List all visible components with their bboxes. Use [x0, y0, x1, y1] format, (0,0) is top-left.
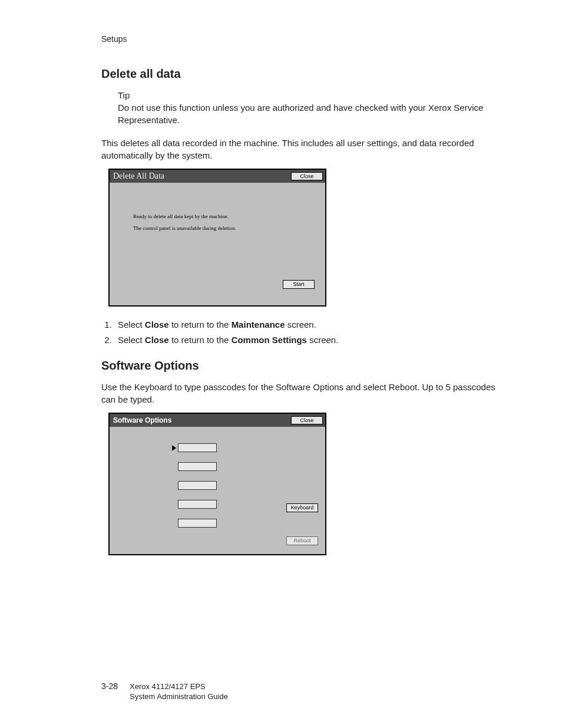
- delete-all-data-screenshot: Delete All Data Close Ready to delete al…: [108, 169, 326, 307]
- running-header: Setups: [101, 34, 503, 44]
- steps-list: Select Close to return to the Maintenanc…: [101, 317, 503, 347]
- section-title-delete: Delete all data: [101, 67, 503, 81]
- tip-body: Do not use this function unless you are …: [118, 101, 503, 126]
- keyboard-button[interactable]: Keyboard: [286, 503, 318, 512]
- passcode-field-2[interactable]: [178, 462, 217, 471]
- start-button[interactable]: Start: [283, 280, 315, 289]
- footer-line-1: Xerox 4112/4127 EPS: [130, 682, 206, 691]
- page-number: 3-28: [101, 681, 118, 702]
- passcode-field-4[interactable]: [178, 500, 217, 509]
- delete-intro: This deletes all data recorded in the ma…: [101, 137, 503, 162]
- passcode-field-3[interactable]: [178, 481, 217, 490]
- dialog-title: Delete All Data: [113, 172, 164, 181]
- reboot-button[interactable]: Reboot: [286, 536, 318, 545]
- close-button[interactable]: Close: [291, 416, 323, 425]
- passcode-field-5[interactable]: [178, 519, 217, 528]
- step-1: Select Close to return to the Maintenanc…: [114, 317, 503, 332]
- software-intro: Use the Keyboard to type passcodes for t…: [101, 381, 503, 406]
- step-2: Select Close to return to the Common Set…: [114, 332, 503, 348]
- close-button[interactable]: Close: [291, 172, 323, 181]
- selection-arrow-icon: [172, 445, 176, 451]
- footer-line-2: System Administration Guide: [130, 692, 228, 701]
- dialog-message-1: Ready to delete all data kept by the mac…: [133, 213, 229, 219]
- page-footer: 3-28 Xerox 4112/4127 EPS System Administ…: [101, 681, 228, 702]
- dialog-title: Software Options: [113, 416, 171, 424]
- tip-label: Tip: [118, 89, 503, 101]
- software-options-screenshot: Software Options Close Keyboard Reboot: [108, 413, 326, 555]
- dialog-message-2: The control panel is unavailable during …: [133, 225, 236, 231]
- passcode-field-1[interactable]: [178, 443, 217, 452]
- section-title-software: Software Options: [101, 359, 503, 373]
